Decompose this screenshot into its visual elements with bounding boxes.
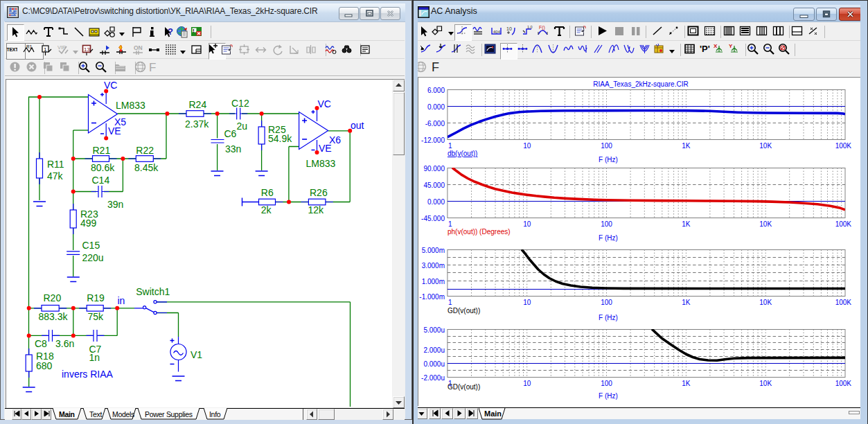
svg-text:C14: C14 <box>92 175 110 186</box>
svg-text:100K: 100K <box>835 220 852 228</box>
svg-text:R6: R6 <box>261 187 274 198</box>
svg-text:F(): F() <box>539 25 545 30</box>
svg-text:680: 680 <box>36 360 53 371</box>
svg-text:1.0: 1.0 <box>527 25 533 29</box>
svg-text:100K: 100K <box>835 299 852 306</box>
svg-text:Power Supplies: Power Supplies <box>145 410 193 418</box>
svg-text:3.000m: 3.000m <box>422 262 445 270</box>
svg-text:C8: C8 <box>35 338 47 349</box>
svg-text:5.000u: 5.000u <box>423 326 445 334</box>
svg-text:ON: ON <box>134 44 143 51</box>
svg-text:Main: Main <box>59 410 75 418</box>
svg-text:F (Hz): F (Hz) <box>599 234 618 242</box>
svg-text:13: 13 <box>84 46 90 53</box>
svg-text:F (Hz): F (Hz) <box>599 392 618 400</box>
svg-text:75k: 75k <box>88 311 105 322</box>
svg-text:1: 1 <box>448 220 452 228</box>
svg-text:R11: R11 <box>47 159 64 170</box>
svg-text:VC: VC <box>318 98 331 109</box>
svg-text:10K: 10K <box>759 299 772 306</box>
svg-text:1n: 1n <box>89 352 100 363</box>
svg-text:C6: C6 <box>224 128 237 139</box>
svg-text:-45.000: -45.000 <box>421 215 445 222</box>
svg-text:-6.000: -6.000 <box>425 120 445 127</box>
svg-text:10K: 10K <box>759 380 772 387</box>
svg-text:883.3k: 883.3k <box>39 311 69 322</box>
svg-text:Switch1: Switch1 <box>136 286 170 297</box>
svg-text:1K: 1K <box>682 380 691 387</box>
svg-text:'P': 'P' <box>700 44 710 54</box>
svg-text:8.45k: 8.45k <box>134 162 159 173</box>
svg-text:10K: 10K <box>759 142 772 150</box>
svg-text:45.000: 45.000 <box>423 182 445 189</box>
svg-text:RIAA_Texas_2kHz-square.CIR: RIAA_Texas_2kHz-square.CIR <box>593 80 688 88</box>
svg-text:R1: R1 <box>26 44 33 49</box>
svg-text:LM833: LM833 <box>306 158 336 169</box>
svg-text:100K: 100K <box>835 142 852 150</box>
svg-text:C15: C15 <box>82 240 100 251</box>
svg-text:Main: Main <box>484 409 502 418</box>
svg-text:X: X <box>714 43 718 49</box>
svg-text:1: 1 <box>448 299 452 306</box>
svg-text:GD(v(out)): GD(v(out)) <box>448 383 480 391</box>
svg-text:X5: X5 <box>114 116 126 127</box>
svg-text:Models: Models <box>112 410 134 418</box>
svg-text:Y: Y <box>729 43 733 49</box>
svg-text:10: 10 <box>523 299 531 306</box>
svg-text:100: 100 <box>601 220 612 228</box>
svg-text:12k: 12k <box>308 204 325 215</box>
svg-text:R20: R20 <box>44 292 62 303</box>
svg-text:LM833: LM833 <box>116 100 145 111</box>
svg-text:6.000: 6.000 <box>427 87 445 94</box>
svg-text:100: 100 <box>601 299 612 306</box>
svg-text:10: 10 <box>506 26 512 31</box>
svg-text:1K: 1K <box>682 299 691 306</box>
svg-text:R19: R19 <box>87 292 105 303</box>
svg-text:2k: 2k <box>261 204 272 215</box>
svg-text:1.000m: 1.000m <box>422 278 445 285</box>
svg-text:100: 100 <box>601 142 612 150</box>
svg-text:in: in <box>118 295 125 306</box>
svg-text:TEXT: TEXT <box>7 47 18 52</box>
svg-text:?: ? <box>168 26 173 37</box>
svg-text:V1: V1 <box>191 349 202 360</box>
svg-text:R22: R22 <box>136 145 154 156</box>
svg-text:39n: 39n <box>107 199 123 210</box>
svg-text:ph(v(out)) (Degrees): ph(v(out)) (Degrees) <box>448 228 511 236</box>
svg-text:F: F <box>432 61 439 73</box>
svg-text:F: F <box>149 61 156 73</box>
svg-text:1K: 1K <box>682 142 691 150</box>
svg-text:R24: R24 <box>189 99 207 110</box>
svg-text:2.000u: 2.000u <box>423 346 445 354</box>
svg-text:54.9k: 54.9k <box>268 133 292 144</box>
svg-text:db(v(out)): db(v(out)) <box>448 150 477 157</box>
svg-text:0.000: 0.000 <box>427 198 445 206</box>
svg-text:33n: 33n <box>225 143 241 154</box>
svg-text:-1.000m: -1.000m <box>419 293 445 301</box>
svg-text:GD(v(out)): GD(v(out)) <box>448 307 480 315</box>
svg-text:C12: C12 <box>231 98 249 109</box>
svg-text:-12.000: -12.000 <box>421 136 445 144</box>
svg-text:10K: 10K <box>759 220 772 228</box>
svg-text:499: 499 <box>80 218 97 229</box>
svg-text:10: 10 <box>523 220 531 228</box>
svg-text:0.000u: 0.000u <box>423 360 445 368</box>
svg-text:100K: 100K <box>835 380 852 387</box>
svg-text:10: 10 <box>523 142 531 150</box>
svg-text:0.000: 0.000 <box>427 103 445 111</box>
svg-text:R26: R26 <box>310 187 328 198</box>
svg-text:1: 1 <box>44 46 47 53</box>
svg-text:2.37k: 2.37k <box>185 118 209 130</box>
svg-text:220u: 220u <box>82 252 104 263</box>
svg-text:3.6n: 3.6n <box>55 338 74 349</box>
svg-text:10: 10 <box>523 380 531 387</box>
svg-text:80.6k: 80.6k <box>91 162 115 173</box>
svg-text:2u: 2u <box>237 121 248 132</box>
svg-text:47k: 47k <box>47 170 64 182</box>
svg-text:404: 404 <box>493 30 501 34</box>
svg-text:VC: VC <box>104 80 117 91</box>
svg-text:X6: X6 <box>329 134 341 145</box>
svg-text:90.000: 90.000 <box>423 165 445 173</box>
svg-text:out: out <box>351 120 364 131</box>
svg-text:5.000m: 5.000m <box>422 247 445 254</box>
